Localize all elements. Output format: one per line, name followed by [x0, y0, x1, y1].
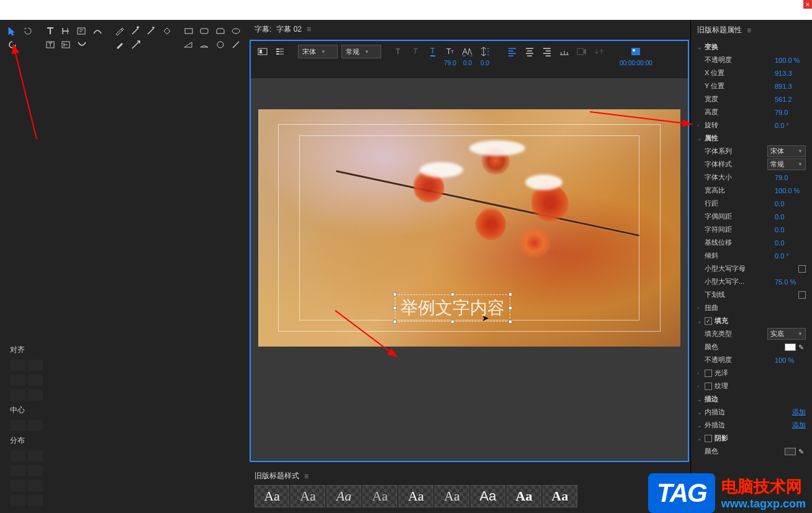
font-size-val[interactable]: 79.0 [775, 174, 806, 181]
selection-tool[interactable] [5, 25, 19, 37]
resize-handle-n[interactable] [451, 293, 454, 296]
sheen-label[interactable]: 光泽 [715, 368, 806, 378]
rotation-value[interactable]: 0.0 ° [775, 122, 806, 129]
texture-checkbox[interactable] [705, 383, 712, 390]
shadow-checkbox[interactable] [705, 435, 712, 442]
circle-tool[interactable] [213, 39, 228, 51]
width-value[interactable]: 561.2 [775, 96, 806, 103]
dist-6[interactable] [28, 480, 43, 491]
underline-button[interactable]: T [426, 45, 440, 58]
align-hcenter-button[interactable] [28, 389, 43, 401]
title-text-object[interactable]: 举例文字内容 [395, 294, 510, 322]
style-swatch-9[interactable]: Aa [543, 485, 577, 507]
outer-stroke-add[interactable]: 添加 [792, 420, 806, 430]
kerning-value[interactable]: 0.0 [463, 60, 472, 66]
style-swatch-1[interactable]: Aa [255, 485, 289, 507]
resize-handle-nw[interactable] [393, 293, 397, 296]
fill-color-swatch[interactable] [785, 343, 796, 351]
arc-tool[interactable] [197, 39, 212, 51]
fill-checkbox[interactable]: ✓ [705, 317, 712, 325]
text-box-tool[interactable] [43, 39, 58, 51]
rotate-tool-alt[interactable] [5, 39, 20, 51]
resize-handle-w[interactable] [393, 306, 397, 310]
preview-canvas[interactable]: 举例文字内容 ➤ [258, 109, 680, 347]
shadow-color-swatch[interactable] [785, 448, 796, 455]
arrow-tool[interactable] [129, 39, 143, 51]
area-text-tool[interactable] [74, 25, 89, 37]
show-video-button[interactable] [575, 45, 589, 58]
vertical-text-tool[interactable] [58, 25, 73, 37]
style-swatch-8[interactable]: Aa [507, 485, 541, 507]
pen-tool[interactable] [112, 25, 126, 37]
attributes-section[interactable]: 属性 [705, 134, 806, 143]
expand-icon[interactable]: › [697, 370, 705, 376]
eyedropper-icon[interactable]: ✎ [798, 448, 806, 455]
line-spacing-value[interactable]: 0.0 [775, 200, 806, 207]
close-button[interactable]: × [803, 0, 812, 9]
smallcaps-size-value[interactable]: 75.0 % [775, 278, 806, 286]
styles-panel-menu-icon[interactable]: ≡ [304, 472, 309, 481]
align-bottom-button[interactable] [28, 375, 43, 386]
align-left-button[interactable] [11, 360, 25, 371]
dist-1[interactable] [11, 450, 25, 461]
vertical-text-box-tool[interactable] [59, 39, 74, 51]
kerning-val[interactable]: 0.0 [775, 213, 806, 220]
dist-5[interactable] [11, 480, 25, 491]
title-tab[interactable]: 字幕: 字幕 02 ≡ [248, 20, 690, 39]
dist-3[interactable] [11, 465, 25, 476]
timecode-value[interactable]: 00:00:00:00 [620, 60, 652, 66]
collapse-icon[interactable]: ⌄ [697, 422, 705, 429]
texture-label[interactable]: 纹理 [715, 381, 806, 391]
collapse-icon[interactable]: ⌄ [697, 396, 705, 402]
collapse-icon[interactable]: ⌄ [697, 135, 705, 142]
fill-section[interactable]: 填充 [715, 316, 806, 325]
bold-button[interactable]: T [391, 45, 405, 58]
collapse-icon[interactable]: ⌄ [697, 318, 705, 324]
add-anchor-tool[interactable] [128, 25, 142, 37]
style-swatch-4[interactable]: Aa [363, 485, 397, 507]
dist-4[interactable] [28, 465, 43, 476]
fill-opacity-value[interactable]: 100 % [775, 356, 806, 364]
sheen-checkbox[interactable] [705, 370, 712, 377]
background-button[interactable] [629, 45, 643, 58]
height-value[interactable]: 79.0 [775, 109, 806, 116]
baseline-value[interactable]: 0.0 [775, 239, 806, 247]
roll-crawl-button[interactable] [273, 45, 287, 58]
font-family-dropdown[interactable]: 宋体▼ [298, 45, 338, 58]
collapse-icon[interactable]: ⌄ [697, 44, 705, 50]
ypos-value[interactable]: 891.3 [775, 83, 806, 90]
text-tool[interactable] [43, 25, 57, 37]
align-center-text[interactable] [523, 45, 536, 58]
title-type-button[interactable] [256, 45, 269, 58]
font-weight-dropdown[interactable]: 常规▼ [341, 45, 381, 58]
fill-type-select[interactable]: 实底▼ [767, 328, 806, 340]
pen-tool-2[interactable] [112, 39, 127, 51]
dist-2[interactable] [28, 450, 43, 461]
rounded-rect-tool[interactable] [197, 25, 212, 37]
clipped-rect-tool[interactable] [213, 25, 227, 37]
italic-button[interactable]: T [408, 45, 422, 58]
resize-handle-s[interactable] [451, 320, 454, 324]
collapse-icon[interactable]: ⌄ [697, 409, 705, 415]
font-style-select[interactable]: 常规▼ [767, 158, 806, 170]
transform-section[interactable]: 变换 [705, 42, 806, 52]
line-tool[interactable] [228, 39, 243, 51]
center-v-button[interactable] [28, 420, 43, 431]
leading-value[interactable]: 0.0 [480, 60, 489, 66]
aspect-value[interactable]: 100.0 % [775, 187, 806, 194]
kerning-button[interactable] [461, 45, 474, 58]
tab-stops-button[interactable] [557, 45, 571, 58]
inner-stroke-add[interactable]: 添加 [792, 407, 806, 417]
style-swatch-2[interactable]: Aa [291, 485, 325, 507]
align-right-text[interactable] [540, 45, 554, 58]
path-text-tool-2[interactable] [74, 39, 89, 51]
convert-anchor-tool[interactable] [160, 25, 174, 37]
smallcaps-checkbox[interactable] [798, 265, 806, 273]
expand-icon[interactable]: › [697, 305, 705, 311]
font-size-button[interactable]: TT [443, 45, 457, 58]
tracking-value[interactable]: 0.0 [775, 226, 806, 234]
resize-handle-e[interactable] [508, 306, 512, 310]
align-vcenter-button[interactable] [11, 389, 25, 401]
delete-anchor-tool[interactable] [143, 25, 158, 37]
path-text-tool[interactable] [90, 25, 104, 37]
